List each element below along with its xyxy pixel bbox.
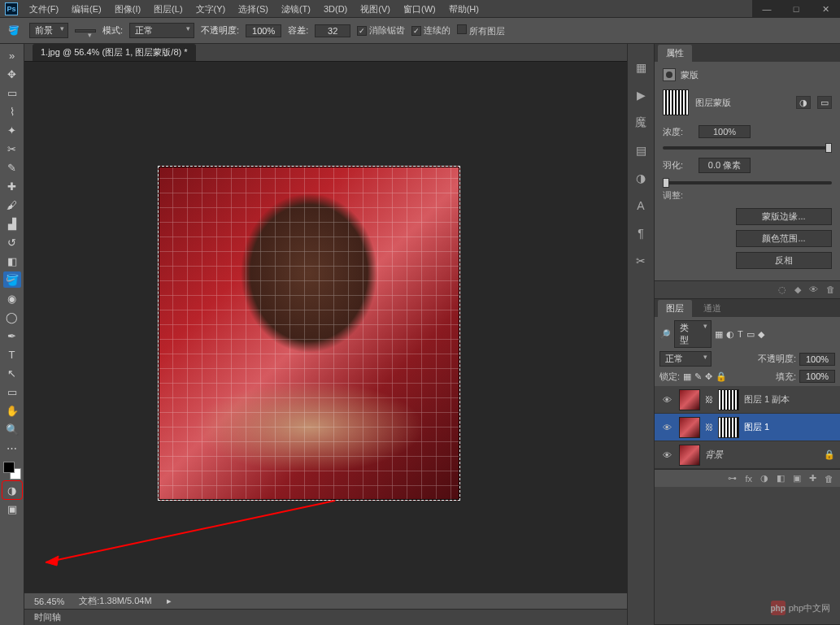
antialias-checkbox[interactable]: ✓消除锯齿 — [357, 24, 405, 37]
delete-mask-icon[interactable]: 🗑 — [826, 284, 835, 295]
tool-preset-icon[interactable]: 🪣 — [5, 22, 23, 40]
vector-mask-icon[interactable]: ▭ — [817, 96, 832, 109]
tool-shape[interactable]: ▭ — [3, 384, 21, 400]
tool-lasso[interactable]: ⌇ — [3, 103, 21, 119]
layer-row[interactable]: 👁 ⛓ 图层 1 副本 — [655, 386, 840, 414]
tool-type[interactable]: T — [3, 346, 21, 362]
layer-opacity-input[interactable]: 100% — [799, 353, 835, 366]
layer-name[interactable]: 图层 1 副本 — [744, 393, 835, 406]
lock-pixels-icon[interactable]: ✎ — [694, 371, 702, 382]
docinfo-menu-icon[interactable]: ▸ — [167, 596, 172, 606]
visibility-icon[interactable]: 👁 — [659, 423, 674, 432]
filter-type-icon[interactable]: T — [738, 329, 743, 339]
tool-blur[interactable]: ◉ — [3, 290, 21, 306]
mask-thumb[interactable] — [718, 417, 739, 438]
window-close[interactable]: ✕ — [811, 0, 840, 18]
menu-filter[interactable]: 滤镜(T) — [275, 0, 317, 18]
menu-file[interactable]: 文件(F) — [23, 0, 65, 18]
layer-name[interactable]: 背景 — [705, 449, 819, 461]
invert-button[interactable]: 反相 — [736, 252, 832, 269]
pattern-picker[interactable] — [75, 29, 96, 33]
tab-properties[interactable]: 属性 — [658, 45, 692, 62]
menu-view[interactable]: 视图(V) — [354, 0, 397, 18]
contiguous-checkbox[interactable]: ✓连续的 — [411, 24, 450, 37]
fill-target-dropdown[interactable]: 前景 — [29, 23, 68, 38]
visibility-icon[interactable]: 👁 — [659, 450, 674, 460]
timeline-panel[interactable]: 时间轴 — [24, 609, 627, 625]
load-selection-icon[interactable]: ◌ — [778, 284, 786, 295]
layer-thumb[interactable] — [679, 445, 700, 466]
window-maximize[interactable]: □ — [781, 0, 811, 18]
tab-layers[interactable]: 图层 — [658, 300, 692, 317]
filter-pixel-icon[interactable]: ▦ — [715, 329, 723, 340]
tool-move[interactable]: ✥ — [3, 66, 21, 82]
filter-kind-icon[interactable]: 🔎 — [659, 329, 671, 340]
zoom-level[interactable]: 56.45% — [34, 597, 64, 606]
layer-row[interactable]: 👁 ⛓ 图层 1 — [655, 414, 840, 441]
dock-icon-brushes[interactable]: 魔 — [633, 115, 649, 130]
tool-healing[interactable]: ✚ — [3, 178, 21, 194]
new-layer-icon[interactable]: ✚ — [809, 473, 816, 484]
layer-thumb[interactable] — [679, 389, 700, 410]
color-range-button[interactable]: 颜色范围... — [736, 230, 832, 247]
density-slider[interactable] — [663, 146, 832, 150]
tool-crop[interactable]: ✂ — [3, 141, 21, 157]
collapse-icon[interactable]: » — [3, 47, 21, 63]
dock-icon-character[interactable]: A — [633, 198, 649, 213]
dock-icon-tools[interactable]: ✂ — [633, 254, 649, 268]
disable-mask-icon[interactable]: 👁 — [809, 284, 818, 295]
feather-slider[interactable] — [663, 181, 832, 184]
lock-trans-icon[interactable]: ▦ — [683, 371, 691, 382]
tool-stamp[interactable]: ▟ — [3, 215, 21, 232]
menu-select[interactable]: 选择(S) — [232, 0, 275, 18]
lock-position-icon[interactable]: ✥ — [705, 371, 712, 382]
layer-blend-dropdown[interactable]: 正常 — [659, 351, 712, 367]
menu-type[interactable]: 文字(Y) — [189, 0, 233, 18]
tool-eraser[interactable]: ◧ — [3, 253, 21, 269]
color-swatch[interactable] — [3, 462, 21, 480]
menu-layer[interactable]: 图层(L) — [147, 0, 189, 18]
density-value[interactable]: 100% — [699, 125, 751, 138]
filter-adjust-icon[interactable]: ◐ — [726, 329, 734, 340]
tolerance-input[interactable]: 32 — [315, 24, 350, 37]
link-layers-icon[interactable]: ⊶ — [728, 473, 737, 484]
dock-icon-swatches[interactable]: ▤ — [633, 143, 649, 158]
blend-mode-dropdown[interactable]: 正常 — [129, 23, 194, 38]
document-tab[interactable]: 1.jpg @ 56.4% (图层 1, 图层蒙版/8) * — [33, 44, 196, 61]
dock-icon-paragraph[interactable]: ¶ — [633, 226, 649, 241]
tool-brush[interactable]: 🖌 — [3, 197, 21, 213]
new-fill-icon[interactable]: ◧ — [777, 473, 785, 484]
fill-input[interactable]: 100% — [799, 370, 835, 383]
fx-icon[interactable]: fx — [745, 474, 752, 484]
filter-smart-icon[interactable]: ◆ — [758, 329, 764, 340]
tool-ellipsis[interactable]: ⋯ — [3, 440, 21, 456]
menu-3d[interactable]: 3D(D) — [317, 0, 354, 18]
feather-value[interactable]: 0.0 像素 — [699, 158, 751, 173]
layer-name[interactable]: 图层 1 — [744, 421, 835, 433]
mask-thumbnail[interactable] — [663, 89, 689, 115]
tool-pen[interactable]: ✒ — [3, 328, 21, 344]
dock-icon-history[interactable]: ▦ — [633, 60, 649, 75]
tab-channels[interactable]: 通道 — [695, 300, 729, 317]
quickmask-button[interactable]: ◑ — [3, 482, 21, 498]
alllayers-checkbox[interactable]: 所有图层 — [457, 24, 505, 37]
window-minimize[interactable]: — — [752, 0, 781, 18]
new-group-icon[interactable]: ▣ — [793, 473, 801, 484]
mask-link-icon[interactable]: ⛓ — [705, 393, 713, 406]
delete-layer-icon[interactable]: 🗑 — [825, 474, 833, 484]
timeline-tab[interactable]: 时间轴 — [34, 611, 61, 623]
pixel-mask-icon[interactable]: ◑ — [796, 96, 811, 109]
slider-thumb[interactable] — [663, 178, 669, 188]
apply-mask-icon[interactable]: ◆ — [794, 284, 801, 295]
filter-kind-dropdown[interactable]: 类型 — [674, 320, 712, 348]
add-mask-icon[interactable]: ◑ — [760, 473, 768, 484]
tool-history[interactable]: ↺ — [3, 234, 21, 250]
tool-path[interactable]: ↖ — [3, 365, 21, 381]
mask-edge-button[interactable]: 蒙版边缘... — [736, 208, 832, 225]
opacity-input[interactable]: 100% — [246, 24, 281, 37]
tool-hand[interactable]: ✋ — [3, 402, 21, 419]
dock-icon-color[interactable]: ◑ — [633, 171, 649, 185]
tool-marquee[interactable]: ▭ — [3, 85, 21, 101]
tool-quickselect[interactable]: ✦ — [3, 122, 21, 138]
menu-edit[interactable]: 编辑(E) — [65, 0, 108, 18]
